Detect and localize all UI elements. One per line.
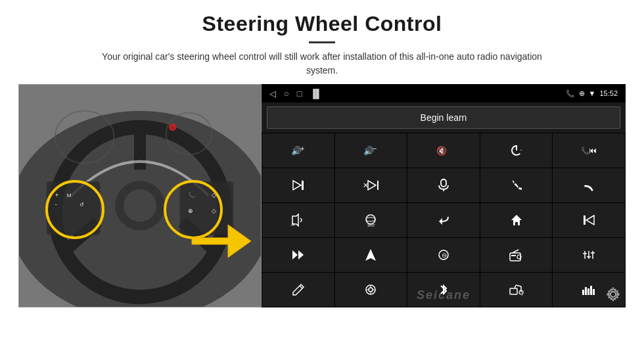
power-button[interactable]: [480, 133, 553, 168]
svg-rect-53: [511, 255, 516, 256]
page-container: Steering Wheel Control Your original car…: [0, 0, 644, 360]
home-button[interactable]: [480, 203, 553, 237]
svg-rect-51: [510, 253, 520, 261]
svg-line-70: [516, 285, 521, 286]
subtitle: Your original car's steering wheel contr…: [92, 50, 552, 78]
svg-point-39: [366, 215, 375, 224]
svg-marker-42: [511, 215, 522, 225]
clock: 15:52: [599, 89, 618, 97]
bluetooth-button[interactable]: [407, 273, 480, 307]
pen-button[interactable]: [262, 273, 334, 307]
status-bar: ◁ ○ □ ▐▌ 📞 ⊕ ▼ 15:52: [262, 84, 626, 102]
begin-learn-button[interactable]: Begin learn: [267, 106, 620, 129]
svg-text:+: +: [300, 145, 304, 152]
svg-point-7: [124, 189, 156, 222]
call-prev-button[interactable]: 📞 ⏮: [553, 133, 625, 168]
music-button[interactable]: ♫: [480, 273, 553, 307]
svg-text:360°: 360°: [367, 223, 376, 227]
yellow-arrow: [189, 215, 254, 267]
svg-marker-30: [293, 181, 301, 190]
svg-rect-78: [593, 289, 595, 295]
hangup-button[interactable]: [553, 168, 625, 202]
phone-button[interactable]: [480, 168, 553, 202]
svg-point-20: [169, 124, 177, 131]
home-nav-icon[interactable]: ○: [284, 89, 289, 99]
svg-point-40: [366, 217, 375, 221]
title-divider: [309, 41, 335, 43]
prev-track-button[interactable]: [553, 203, 625, 237]
controls-grid: 🔊+ 🔊− 🔇 📞 ⏮: [262, 133, 626, 307]
header-section: Steering Wheel Control Your original car…: [0, 0, 644, 84]
svg-rect-31: [302, 181, 304, 190]
svg-text:♫: ♫: [520, 294, 524, 296]
circle-menu-button[interactable]: [335, 273, 407, 307]
svg-rect-77: [590, 286, 592, 295]
svg-text:A: A: [291, 221, 295, 227]
svg-point-79: [610, 292, 616, 297]
svg-rect-35: [441, 179, 446, 187]
steering-bg: + - M ↺ 📞 ⊕ ◇ ◇: [19, 85, 261, 307]
highlight-left: [45, 180, 104, 239]
skip-button[interactable]: ✕: [335, 168, 407, 202]
location-icon: ⊕: [579, 89, 585, 98]
svg-rect-34: [377, 181, 379, 190]
svg-marker-47: [365, 249, 376, 261]
eq-button[interactable]: [553, 238, 625, 272]
steering-wheel-image: + - M ↺ 📞 ⊕ ◇ ◇: [18, 84, 262, 307]
radio-button[interactable]: [480, 238, 553, 272]
svg-marker-44: [586, 215, 594, 225]
nav-button[interactable]: [335, 238, 407, 272]
audio-src-button[interactable]: A: [262, 203, 334, 237]
svg-line-61: [300, 286, 302, 288]
360-button[interactable]: 360°: [335, 203, 407, 237]
status-bar-right: 📞 ⊕ ▼ 15:52: [566, 89, 618, 98]
svg-rect-76: [587, 288, 589, 295]
vol-up-button[interactable]: 🔊+: [262, 133, 334, 168]
svg-text:🔇: 🔇: [436, 145, 448, 156]
eject-button[interactable]: ⊖: [407, 238, 480, 272]
recent-nav-icon[interactable]: □: [297, 89, 302, 99]
wifi-icon: ▼: [589, 89, 596, 97]
next-track-button[interactable]: [262, 168, 334, 202]
page-title: Steering Wheel Control: [26, 12, 618, 36]
back-nav-icon[interactable]: ◁: [269, 89, 276, 99]
svg-marker-33: [368, 181, 376, 190]
notification-icon: ▐▌: [310, 89, 322, 99]
svg-marker-46: [298, 250, 304, 259]
svg-rect-75: [585, 287, 587, 295]
gear-settings-button[interactable]: [606, 287, 620, 305]
android-panel: ◁ ○ □ ▐▌ 📞 ⊕ ▼ 15:52 Begin learn: [262, 84, 626, 307]
mic-button[interactable]: [407, 168, 480, 202]
svg-rect-68: [510, 288, 517, 294]
svg-marker-45: [292, 250, 298, 259]
svg-point-63: [369, 288, 373, 292]
svg-text:−: −: [373, 145, 377, 152]
content-area: + - M ↺ 📞 ⊕ ◇ ◇: [0, 84, 644, 360]
return-button[interactable]: [407, 203, 480, 237]
begin-learn-row: Begin learn: [262, 102, 626, 133]
status-bar-nav: ◁ ○ □ ▐▌: [269, 89, 322, 99]
phone-status-icon: 📞: [566, 89, 575, 98]
svg-text:⊖: ⊖: [442, 252, 447, 259]
mute-button[interactable]: 🔇: [407, 133, 480, 168]
svg-text:⏮: ⏮: [589, 146, 597, 155]
vol-down-button[interactable]: 🔊−: [335, 133, 407, 168]
fast-fwd-button[interactable]: [262, 238, 334, 272]
svg-rect-74: [582, 290, 584, 295]
